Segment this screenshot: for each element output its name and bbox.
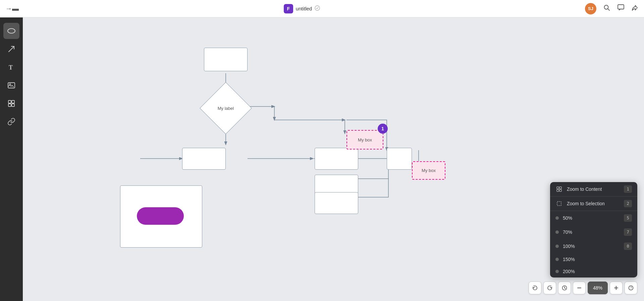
svg-rect-3 <box>618 5 624 9</box>
saved-icon <box>315 5 320 12</box>
zoom-70-key: 7 <box>624 228 632 236</box>
svg-line-2 <box>608 9 609 10</box>
zoom-70-dot <box>555 230 559 234</box>
zoom-to-selection-label: Zoom to Selection <box>567 201 620 206</box>
zoom-100-dot <box>555 245 559 248</box>
left-toolbar: T <box>0 17 23 301</box>
svg-text:T: T <box>9 64 13 71</box>
zoom-200-btn[interactable]: 200% <box>550 265 637 277</box>
zoom-150-label: 150% <box>563 257 632 262</box>
svg-rect-29 <box>557 202 561 206</box>
zoom-100-btn[interactable]: 100% 0 <box>550 239 637 253</box>
zoom-50-label: 50% <box>563 215 620 221</box>
zoom-content-icon <box>555 185 563 193</box>
flowchart-rect-right-bottom[interactable] <box>315 192 358 214</box>
zoom-in-button[interactable] <box>610 282 623 294</box>
badge-1: 1 <box>378 124 388 134</box>
flowchart-pink-box-1[interactable]: My box <box>346 130 383 149</box>
svg-line-5 <box>9 46 14 52</box>
share-icon[interactable] <box>631 4 639 13</box>
flowchart-rect-right-top[interactable] <box>387 148 412 170</box>
redo-button[interactable] <box>543 282 556 294</box>
zoom-50-btn[interactable]: 50% 5 <box>550 211 637 225</box>
svg-point-4 <box>8 29 15 33</box>
zoom-value-display[interactable]: 48% <box>588 282 608 294</box>
zoom-dropdown: Zoom to Content 1 Zoom to Selection 2 50… <box>550 182 637 277</box>
image-tool-btn[interactable] <box>3 77 19 93</box>
shape-tool-btn[interactable] <box>3 23 19 39</box>
zoom-selection-key: 2 <box>624 200 632 207</box>
flowchart-rect-mid-right[interactable] <box>315 148 358 170</box>
menu-icon[interactable]: →▬ <box>5 5 19 12</box>
zoom-to-content-btn[interactable]: Zoom to Content 1 <box>550 182 637 196</box>
zoom-content-key: 1 <box>624 185 632 193</box>
zoom-100-key: 0 <box>624 243 632 250</box>
flowchart-diamond-label: My label <box>207 90 244 127</box>
zoom-50-key: 5 <box>624 214 632 222</box>
zoom-to-selection-btn[interactable]: Zoom to Selection 2 <box>550 196 637 211</box>
avatar[interactable]: SJ <box>585 3 596 14</box>
flowchart-rect-mid-center[interactable] <box>182 148 226 170</box>
flowchart-pink-box-2[interactable]: My box <box>412 161 445 180</box>
zoom-200-label: 200% <box>563 269 632 274</box>
text-tool-btn[interactable]: T <box>3 59 19 75</box>
svg-rect-25 <box>557 187 559 189</box>
zoom-selection-icon <box>555 200 563 207</box>
help-button[interactable]: ? <box>625 282 637 294</box>
header-left: →▬ <box>5 5 19 12</box>
zoom-70-label: 70% <box>563 229 620 235</box>
header-center: F untitled <box>284 4 320 13</box>
svg-rect-26 <box>559 187 561 189</box>
svg-point-0 <box>315 6 320 10</box>
search-icon[interactable] <box>603 4 610 13</box>
svg-rect-10 <box>12 100 14 103</box>
bottom-controls: 48% ? <box>529 282 637 294</box>
doc-title: untitled <box>296 6 312 11</box>
undo-button[interactable] <box>529 282 541 294</box>
svg-rect-12 <box>12 104 14 106</box>
zoom-out-button[interactable] <box>573 282 586 294</box>
svg-rect-27 <box>557 189 559 191</box>
svg-rect-11 <box>8 104 11 106</box>
zoom-to-content-label: Zoom to Content <box>567 186 620 192</box>
svg-rect-28 <box>559 189 561 191</box>
zoom-100-label: 100% <box>563 244 620 249</box>
history-button[interactable] <box>558 282 571 294</box>
zoom-70-btn[interactable]: 70% 7 <box>550 225 637 239</box>
link-tool-btn[interactable] <box>3 114 19 130</box>
svg-rect-9 <box>8 100 11 103</box>
flowchart-stadium[interactable] <box>137 207 184 225</box>
zoom-50-dot <box>555 216 559 220</box>
zoom-200-dot <box>555 270 559 273</box>
app-logo: F <box>284 4 293 13</box>
header: →▬ F untitled SJ <box>0 0 644 17</box>
header-right: SJ <box>585 3 639 14</box>
component-tool-btn[interactable] <box>3 95 19 112</box>
zoom-150-dot <box>555 258 559 261</box>
zoom-150-btn[interactable]: 150% <box>550 253 637 265</box>
flowchart-rect-top[interactable] <box>204 48 248 71</box>
comments-icon[interactable] <box>617 4 625 13</box>
arrow-tool-btn[interactable] <box>3 41 19 57</box>
svg-text:?: ? <box>630 286 632 290</box>
